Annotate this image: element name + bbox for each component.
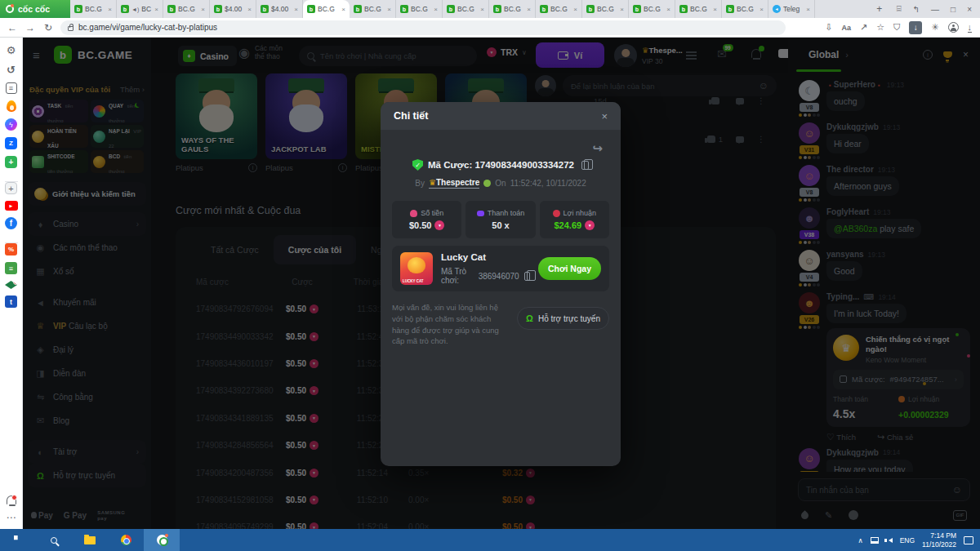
browser-tab-6[interactable]: ◄) BC.G × bbox=[350, 0, 396, 18]
url-text: bc.game/vi/game/lucky-cat-by-platipus bbox=[78, 23, 217, 32]
tab-close-icon[interactable]: × bbox=[294, 6, 298, 13]
sidebar-17-icon[interactable] bbox=[5, 511, 18, 524]
url-bar[interactable]: bc.game/vi/game/lucky-cat-by-platipus bbox=[60, 20, 786, 35]
modal-close-icon[interactable]: × bbox=[601, 110, 608, 122]
browser-tab-2[interactable]: ◄) BC.G × bbox=[163, 0, 210, 18]
browser-tab-4[interactable]: ◄) $4.00 × bbox=[256, 0, 303, 18]
reload-button[interactable]: ↻ bbox=[39, 22, 57, 33]
start-button[interactable] bbox=[0, 529, 36, 551]
maximize-button[interactable]: □ bbox=[951, 5, 956, 14]
new-tab-button[interactable]: + bbox=[871, 0, 889, 18]
game-id-row: Mã Trò chơi: 386946070 bbox=[441, 267, 530, 285]
copy-icon[interactable] bbox=[524, 272, 530, 281]
browser-tab-7[interactable]: ◄) BC.G × bbox=[396, 0, 443, 18]
tab-close-icon[interactable]: × bbox=[154, 6, 158, 13]
tab-favicon bbox=[586, 5, 595, 13]
sidebar-5-icon[interactable] bbox=[5, 137, 17, 149]
forward-button[interactable]: → bbox=[21, 22, 39, 33]
share-icon[interactable]: ↗ bbox=[860, 22, 867, 33]
game-thumbnail[interactable]: LUCKY CAT bbox=[400, 252, 433, 285]
browser-tab-15[interactable]: ◄) Teleg × bbox=[768, 0, 815, 18]
tab-strip: ◄) BC.G × ◄) BC × ◄) BC.G × ◄) $4.00 bbox=[70, 0, 871, 18]
translate-icon[interactable]: Aa bbox=[841, 24, 851, 32]
browser-nav-bar: ← → ↻ bc.game/vi/game/lucky-cat-by-plati… bbox=[0, 18, 980, 38]
sidebar-13-icon[interactable] bbox=[5, 262, 17, 274]
tab-close-icon[interactable]: × bbox=[434, 6, 438, 13]
sidebar-3-icon[interactable] bbox=[7, 100, 16, 112]
language-indicator[interactable]: ENG bbox=[900, 536, 915, 544]
volume-icon[interactable] bbox=[886, 538, 893, 543]
browser-tab-12[interactable]: ◄) BC.G × bbox=[629, 0, 675, 18]
back-button[interactable]: ← bbox=[3, 22, 21, 33]
sidebar-15-icon[interactable] bbox=[5, 295, 17, 308]
tab-favicon bbox=[493, 5, 501, 13]
tab-close-icon[interactable]: × bbox=[201, 6, 205, 13]
sidebar-8-icon[interactable] bbox=[5, 182, 17, 194]
sidebar-2-icon[interactable] bbox=[6, 82, 17, 94]
share-bet-icon[interactable]: ↪ bbox=[381, 130, 621, 156]
browser-tab-10[interactable]: ◄) BC.G × bbox=[536, 0, 582, 18]
browser-tab-1[interactable]: ◄) BC × bbox=[117, 0, 163, 18]
close-button[interactable]: × bbox=[967, 5, 972, 14]
sidebar-1-icon[interactable] bbox=[5, 63, 18, 76]
stat-icon bbox=[553, 210, 560, 217]
sidebar-10-icon[interactable] bbox=[5, 217, 17, 229]
tab-close-icon[interactable]: × bbox=[108, 6, 112, 13]
tab-close-icon[interactable]: × bbox=[480, 6, 484, 13]
save-page-icon[interactable]: ⇩ bbox=[825, 22, 832, 33]
tab-close-icon[interactable]: × bbox=[341, 6, 345, 13]
download-active-icon[interactable]: ↓ bbox=[909, 21, 922, 34]
lock-icon[interactable] bbox=[68, 26, 74, 31]
sidebar-4-icon[interactable] bbox=[5, 118, 17, 131]
tab-close-icon[interactable]: × bbox=[620, 6, 624, 13]
copy-icon[interactable] bbox=[581, 161, 589, 170]
adblock-shield-icon[interactable]: ⛉ bbox=[893, 22, 900, 33]
tab-audio-icon[interactable]: ◄) bbox=[131, 7, 139, 12]
taskbar-search-button[interactable] bbox=[36, 529, 72, 551]
tab-close-icon[interactable]: × bbox=[666, 6, 670, 13]
tab-search-icon[interactable]: ⌸ bbox=[897, 4, 902, 14]
tab-title: BC.G bbox=[644, 5, 664, 13]
minimize-button[interactable]: — bbox=[931, 5, 939, 14]
coccoc-button[interactable] bbox=[144, 529, 180, 551]
sidebar-14-icon[interactable] bbox=[5, 281, 17, 289]
bookmark-star-icon[interactable]: ☆ bbox=[876, 22, 884, 33]
tab-close-icon[interactable]: × bbox=[573, 6, 577, 13]
file-explorer-button[interactable] bbox=[72, 529, 108, 551]
browser-tab-5[interactable]: ◄) BC.G × bbox=[303, 0, 350, 18]
tab-close-icon[interactable]: × bbox=[806, 6, 810, 13]
coccoc-browser-logo[interactable]: cốc cốc bbox=[0, 0, 70, 18]
hidden-icons-chevron[interactable]: ∧ bbox=[858, 536, 862, 544]
tab-close-icon[interactable]: × bbox=[713, 6, 717, 13]
profile-icon[interactable] bbox=[948, 22, 959, 33]
action-center-icon[interactable] bbox=[964, 536, 973, 544]
downloads-tray-icon[interactable]: ↓ bbox=[968, 22, 973, 33]
network-icon[interactable] bbox=[871, 537, 879, 544]
sidebar-0-icon[interactable] bbox=[5, 43, 18, 56]
browser-tab-13[interactable]: ◄) BC.G × bbox=[675, 0, 722, 18]
tab-title: BC.G bbox=[85, 5, 105, 13]
sidebar-9-icon[interactable] bbox=[5, 201, 18, 211]
bet-author[interactable]: ♛Thespectre bbox=[429, 178, 479, 189]
browser-tab-8[interactable]: ◄) BC.G × bbox=[443, 0, 489, 18]
extensions-icon[interactable]: ✳ bbox=[931, 22, 938, 33]
chrome-button[interactable] bbox=[108, 529, 144, 551]
browser-tab-11[interactable]: ◄) BC.G × bbox=[582, 0, 629, 18]
live-support-button[interactable]: Ω Hỗ trợ trực tuyến bbox=[517, 307, 609, 330]
tab-close-icon[interactable]: × bbox=[760, 6, 764, 13]
play-now-button[interactable]: Chơi Ngay bbox=[538, 257, 601, 280]
tab-close-icon[interactable]: × bbox=[247, 6, 252, 13]
recent-tabs-icon[interactable]: ↰ bbox=[913, 5, 920, 14]
browser-tab-9[interactable]: ◄) BC.G × bbox=[489, 0, 536, 18]
browser-tab-14[interactable]: ◄) BC.G × bbox=[722, 0, 768, 18]
sidebar-6-icon[interactable] bbox=[5, 156, 17, 168]
browser-tab-3[interactable]: ◄) $4.00 × bbox=[210, 0, 256, 18]
sidebar-12-icon[interactable] bbox=[5, 243, 17, 256]
tab-close-icon[interactable]: × bbox=[527, 6, 531, 13]
sidebar-16-icon[interactable] bbox=[7, 495, 16, 504]
sidebar-11-icon[interactable] bbox=[5, 236, 18, 237]
tab-close-icon[interactable]: × bbox=[387, 6, 391, 13]
sidebar-7-icon[interactable] bbox=[5, 175, 18, 176]
browser-tab-0[interactable]: ◄) BC.G × bbox=[70, 0, 117, 18]
taskbar-clock[interactable]: 7:14 PM11/10/2022 bbox=[922, 531, 956, 549]
